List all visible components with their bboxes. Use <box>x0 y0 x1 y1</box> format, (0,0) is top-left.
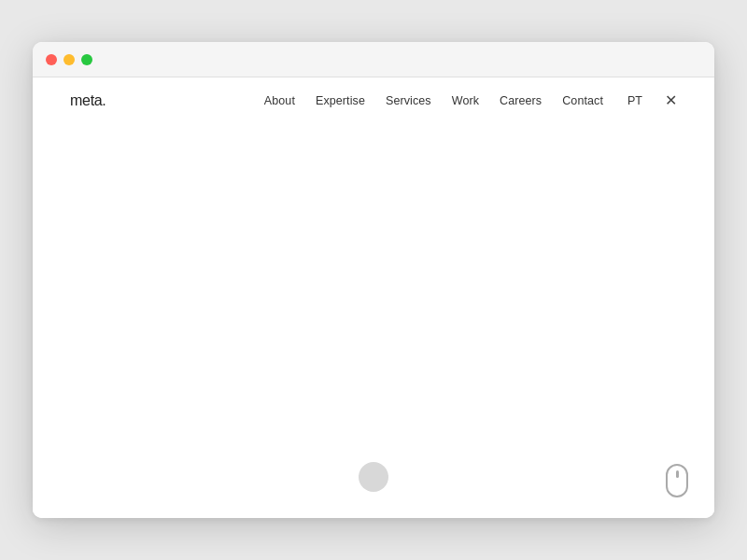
nav-contact[interactable]: Contact <box>562 94 603 107</box>
maximize-button[interactable] <box>81 54 92 65</box>
nav-services[interactable]: Services <box>386 94 431 107</box>
mouse-scroll-icon <box>666 464 688 497</box>
browser-window: meta. About Expertise Services Work Care… <box>33 42 714 518</box>
titlebar <box>33 42 714 77</box>
minimize-button[interactable] <box>63 54 75 65</box>
close-icon[interactable]: ✕ <box>665 93 677 108</box>
nav-work[interactable]: Work <box>452 94 479 107</box>
nav-expertise[interactable]: Expertise <box>316 94 365 107</box>
nav-lang[interactable]: PT <box>627 94 642 107</box>
nav-about[interactable]: About <box>264 94 295 107</box>
nav-careers[interactable]: Careers <box>500 94 542 107</box>
traffic-lights <box>46 54 92 65</box>
logo[interactable]: meta. <box>70 92 106 109</box>
scroll-indicator <box>359 462 388 492</box>
content-area: meta. About Expertise Services Work Care… <box>33 77 714 518</box>
close-button[interactable] <box>46 54 57 65</box>
main-content <box>33 124 714 518</box>
nav-links: About Expertise Services Work Careers Co… <box>264 93 677 108</box>
mouse-scroll-dot <box>676 470 679 478</box>
navbar: meta. About Expertise Services Work Care… <box>33 77 714 124</box>
